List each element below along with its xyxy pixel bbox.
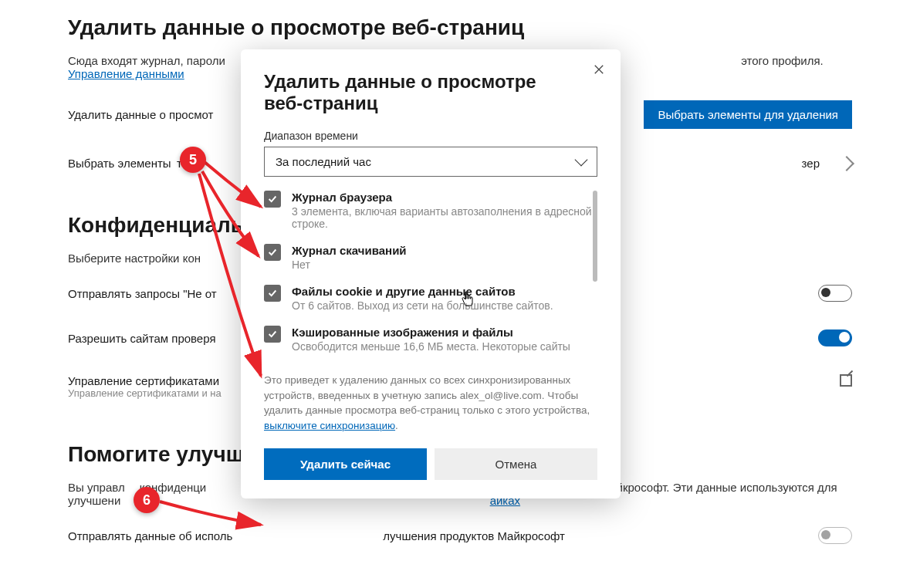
close-button[interactable] [591, 63, 607, 79]
clear-now-button[interactable]: Удалить сейчас [264, 448, 427, 480]
close-icon [594, 64, 604, 75]
check-icon [267, 329, 278, 340]
option-browsing-history: Журнал браузера 3 элемента, включая вари… [264, 191, 597, 230]
option-download-history: Журнал скачиваний Нет [264, 244, 597, 271]
checkbox-download-history[interactable] [264, 244, 281, 261]
external-link-icon [840, 374, 852, 387]
choose-items-button[interactable]: Выбрать элементы для удаления [644, 100, 852, 129]
check-icon [267, 288, 278, 299]
annotation-badge-6: 6 [134, 487, 160, 513]
page-title: Удалить данные о просмотре веб-страниц [68, 15, 852, 40]
option-title: Кэшированные изображения и файлы [292, 326, 570, 339]
checkbox-cookies[interactable] [264, 285, 281, 302]
manage-data-link[interactable]: Управление данными [68, 67, 184, 80]
option-title: Журнал браузера [292, 191, 597, 204]
dialog-buttons: Удалить сейчас Отмена [264, 448, 597, 480]
option-cookies: Файлы cookie и другие данные сайтов От 6… [264, 285, 597, 312]
checkbox-cache[interactable] [264, 326, 281, 343]
scrollbar-thumb[interactable] [593, 191, 597, 282]
option-desc: Нет [292, 259, 407, 271]
clear-browsing-data-dialog: Удалить данные о просмотре веб-страниц Д… [241, 49, 621, 498]
time-range-label: Диапазон времени [264, 130, 597, 142]
option-title: Файлы cookie и другие данные сайтов [292, 285, 553, 298]
time-range-select[interactable]: За последний час [264, 147, 597, 177]
option-desc: 3 элемента, включая варианты автозаполне… [292, 205, 597, 230]
dialog-title: Удалить данные о просмотре веб-страниц [264, 71, 597, 114]
options-list: Журнал браузера 3 элемента, включая вари… [264, 191, 597, 367]
check-icon [267, 247, 278, 258]
option-desc: Освободится меньше 16,6 МБ места. Некото… [292, 340, 570, 353]
option-title: Журнал скачиваний [292, 244, 407, 257]
option-desc: От 6 сайтов. Выход из сети на большинств… [292, 299, 553, 312]
dnt-toggle[interactable] [818, 285, 852, 302]
checkbox-browsing-history[interactable] [264, 191, 281, 208]
send-data-toggle [818, 527, 852, 544]
allow-sites-toggle[interactable] [818, 329, 852, 346]
annotation-badge-5: 5 [180, 147, 206, 173]
check-icon [267, 194, 278, 204]
chevron-right-icon [839, 156, 854, 171]
disable-sync-link[interactable]: выключите синхронизацию [264, 420, 395, 431]
chevron-down-icon [575, 153, 588, 166]
option-cache: Кэшированные изображения и файлы Освобод… [264, 326, 597, 353]
row-send-data: Отправлять данные об испольxxxxxxxxxxxxx… [68, 513, 852, 558]
cancel-button[interactable]: Отмена [435, 448, 597, 480]
sync-warning: Это приведет к удалению данных со всех с… [264, 373, 597, 433]
